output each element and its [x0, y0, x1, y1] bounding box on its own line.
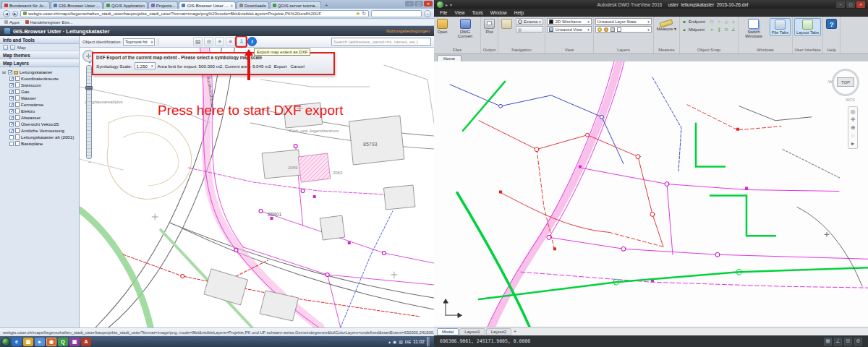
intersection-snap-icon[interactable]: ×: [709, 27, 715, 32]
layer-item[interactable]: Leitungskataster alt (2001): [0, 134, 79, 140]
language-indicator[interactable]: DE: [405, 340, 411, 344]
browser-search-box[interactable]: [371, 10, 422, 17]
layout-tabs-button[interactable]: Layout Tabs: [794, 18, 821, 36]
bookmark-item[interactable]: Apps: [4, 20, 20, 25]
layer-item[interactable]: Amtliche Vermessung: [0, 127, 79, 134]
layer-item[interactable]: Basispläne: [0, 140, 79, 147]
close-button[interactable]: ✕: [424, 1, 433, 7]
taskbar-item-firefox[interactable]: ◉: [46, 338, 56, 346]
layer-item[interactable]: Koordinatenkreuze: [0, 75, 79, 82]
layer-item[interactable]: Elektro: [0, 108, 79, 114]
help-button[interactable]: ?: [825, 18, 838, 30]
center-snap-icon[interactable]: ○: [716, 20, 722, 24]
angle-snap-icon[interactable]: ∠: [731, 27, 736, 32]
midpoint-snap-icon[interactable]: ▲: [681, 27, 687, 32]
minimize-button[interactable]: –: [836, 1, 845, 8]
map-tool-icon[interactable]: [3, 45, 8, 50]
viewcube-west-label[interactable]: W: [828, 80, 833, 84]
layer-item[interactable]: Abwasser: [0, 114, 79, 121]
layer-checkbox[interactable]: [8, 70, 12, 74]
layer-checkbox[interactable]: [9, 142, 14, 146]
print-tool-button[interactable]: ⊙: [204, 37, 213, 46]
layer-checkbox[interactable]: [9, 116, 14, 120]
browser-tab[interactable]: Bundesamt für Ju...: [1, 1, 50, 9]
reload-icon[interactable]: ↻: [362, 11, 366, 17]
map-themes-header[interactable]: Map themes: [0, 51, 79, 59]
start-button[interactable]: [1, 338, 10, 346]
browser-tab[interactable]: QGIS server tutoria...: [270, 1, 322, 9]
tree-expander-icon[interactable]: ⊟: [2, 69, 7, 74]
map-tab-label[interactable]: Map: [17, 46, 26, 50]
layer-item[interactable]: Fernwärme: [0, 101, 79, 108]
browser-tab[interactable]: Downloads: [237, 1, 269, 9]
layer-checkbox[interactable]: [9, 83, 14, 87]
tangent-snap-icon[interactable]: ⊙: [723, 27, 729, 32]
taskbar-item-qgis[interactable]: Q: [58, 338, 68, 346]
back-button[interactable]: ◀: [3, 10, 10, 17]
visual-style-select[interactable]: 2D Wireframe▾: [547, 18, 592, 25]
viewcube[interactable]: TOP W: [832, 69, 859, 96]
named-view-select[interactable]: Unsaved View▾: [547, 26, 592, 33]
cancel-button[interactable]: Cancel: [290, 64, 305, 69]
cad-canvas[interactable]: TOP W WCS ◎ ✛ ⊕ ◌ ▸: [434, 61, 868, 327]
layer-checkbox[interactable]: [9, 135, 14, 140]
map-canvas[interactable]: Zeughausareal/plusBuchholzstrasseFeld- u…: [80, 36, 434, 327]
list-tool-button[interactable]: ≡: [226, 37, 235, 46]
layer-item[interactable]: Übersicht Vektor25: [0, 121, 79, 127]
taskbar-item-app[interactable]: ▣: [69, 338, 80, 346]
node-snap-icon[interactable]: □: [709, 20, 715, 24]
minimize-button[interactable]: –: [405, 1, 414, 7]
dwg-convert-button[interactable]: DWG Convert: [451, 18, 479, 39]
qat-open-icon[interactable]: ▸: [446, 2, 448, 7]
layer-checkbox[interactable]: [9, 90, 14, 94]
ribbon-tab-home[interactable]: Home: [437, 55, 461, 61]
bookmark-item[interactable]: Handelsregister Eint...: [25, 20, 73, 25]
browser-tab-active[interactable]: GIS-Browser Uster ...×: [179, 1, 236, 9]
forward-button[interactable]: ▶: [12, 11, 18, 17]
legend-tool-icon[interactable]: [10, 45, 15, 50]
viewcube-top-face[interactable]: TOP: [837, 77, 854, 87]
layer-item[interactable]: Wasser: [0, 95, 79, 101]
pan-icon[interactable]: ✛: [851, 116, 856, 123]
parallel-snap-icon[interactable]: ∥: [716, 27, 722, 32]
layer-state-select[interactable]: Unsaved Layer State▾: [595, 18, 652, 25]
zoom-icon[interactable]: ⊕: [851, 124, 856, 131]
zoom-extents-button[interactable]: Extents▾: [516, 18, 543, 25]
perpendicular-snap-icon[interactable]: ⊥: [731, 19, 736, 24]
new-layout-button[interactable]: +: [514, 329, 516, 334]
measure-tool-button[interactable]: ▤: [193, 37, 203, 46]
close-button[interactable]: ✕: [856, 1, 865, 8]
layer-select[interactable]: ▾: [595, 26, 652, 33]
switch-windows-button[interactable]: Switch Windows: [740, 18, 767, 39]
layer-item[interactable]: Gas: [0, 88, 79, 95]
map-zoom-slider[interactable]: + −: [86, 65, 92, 159]
map-layers-header[interactable]: Map Layers: [0, 59, 79, 67]
ortho-toggle-icon[interactable]: ∠: [834, 338, 842, 346]
showmotion-icon[interactable]: ▸: [851, 140, 854, 147]
qat-plot-icon[interactable]: ▾: [450, 2, 452, 7]
layer-item[interactable]: Swisscom: [0, 82, 79, 88]
tab-close-icon[interactable]: ×: [230, 4, 233, 8]
taskbar-item-ie[interactable]: e: [12, 338, 22, 346]
terms-link[interactable]: Nutzungsbedingungen: [386, 29, 430, 33]
zoom-slider-handle[interactable]: [85, 86, 93, 90]
home-icon[interactable]: ⌂: [424, 10, 431, 17]
layer-checkbox[interactable]: [9, 129, 14, 133]
url-bar[interactable]: webgis.uster.ch/maps/liegenschaften_stad…: [20, 10, 369, 17]
export-dxf-button[interactable]: ⇩: [237, 37, 246, 46]
quadrant-snap-icon[interactable]: ◇: [723, 19, 729, 24]
export-button[interactable]: Export: [273, 64, 288, 69]
endpoint-snap-icon[interactable]: ■: [681, 20, 687, 24]
settings-gear-icon[interactable]: ⚙: [854, 338, 862, 346]
measure-button[interactable]: Measure ▾: [655, 18, 678, 32]
symbology-scale-select[interactable]: 1:250▾: [135, 62, 156, 69]
taskbar-item-explorer[interactable]: ▨: [23, 338, 33, 346]
grid-toggle-icon[interactable]: ▦: [824, 338, 832, 346]
menu-window[interactable]: Window: [490, 10, 507, 15]
plot-button[interactable]: Plot: [482, 18, 496, 35]
maximize-button[interactable]: ▢: [846, 1, 855, 8]
identify-tool-button[interactable]: ⌖: [215, 37, 224, 46]
snap-toggle-icon[interactable]: ⊞: [844, 338, 852, 346]
layer-checkbox[interactable]: [9, 122, 14, 127]
zoom-out-icon[interactable]: −: [87, 160, 93, 164]
